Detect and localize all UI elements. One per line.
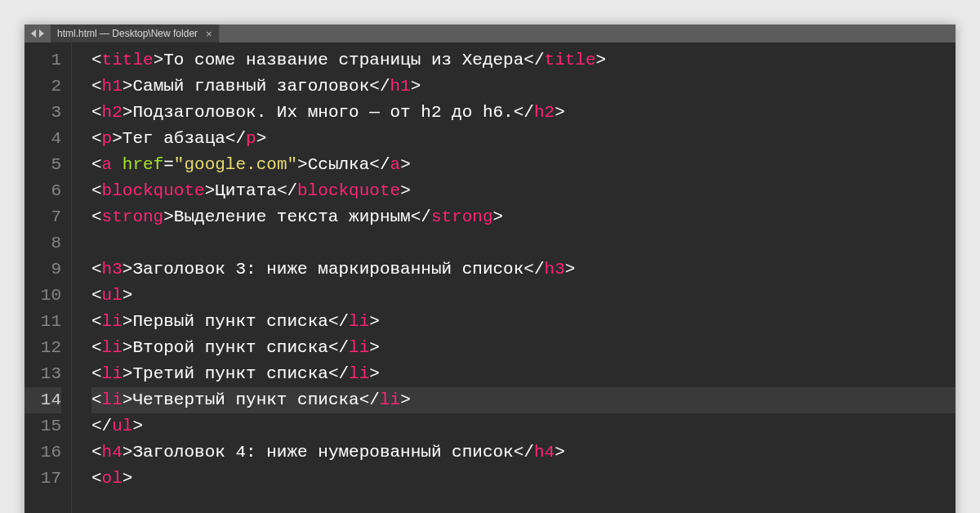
titlebar: html.html — Desktop\New folder × xyxy=(24,25,956,42)
line-number: 3 xyxy=(24,100,61,126)
editor: 1234567891011121314151617 <title>То соме… xyxy=(24,42,956,513)
code-line[interactable]: <a href="google.com">Ссылка</a> xyxy=(91,152,956,178)
line-number: 1 xyxy=(24,47,61,74)
code-line[interactable]: <blockquote>Цитата</blockquote> xyxy=(91,178,956,204)
line-number: 5 xyxy=(24,152,61,178)
line-number: 4 xyxy=(24,126,61,152)
line-number: 14 xyxy=(24,387,61,413)
code-line[interactable]: <title>То соме название страницы из Хеде… xyxy=(91,47,956,74)
line-number: 9 xyxy=(24,256,61,283)
code-line[interactable]: <h4>Заголовок 4: ниже нумерованный списо… xyxy=(91,439,956,466)
line-number: 8 xyxy=(24,230,61,256)
code-line[interactable]: <p>Тег абзаца</p> xyxy=(91,126,956,152)
code-line[interactable]: <h1>Самый главный заголовок</h1> xyxy=(91,74,956,100)
code-line[interactable] xyxy=(91,230,956,256)
close-icon[interactable]: × xyxy=(206,29,212,39)
line-number: 15 xyxy=(24,413,61,439)
nav-arrows xyxy=(24,25,51,42)
line-number: 10 xyxy=(24,283,61,309)
forward-icon[interactable] xyxy=(39,29,44,38)
code-line[interactable]: <h3>Заголовок 3: ниже маркированный спис… xyxy=(91,256,956,283)
tab-title: html.html — Desktop\New folder xyxy=(57,28,198,39)
line-number: 17 xyxy=(24,466,61,492)
line-number: 11 xyxy=(24,309,61,335)
line-number: 6 xyxy=(24,178,61,204)
code-line[interactable]: <strong>Выделение текста жирным</strong> xyxy=(91,204,956,230)
file-tab[interactable]: html.html — Desktop\New folder × xyxy=(51,25,220,42)
code-line[interactable]: <ol> xyxy=(91,466,956,492)
line-number: 16 xyxy=(24,439,61,466)
line-number: 7 xyxy=(24,204,61,230)
code-line[interactable]: <li>Третий пункт списка</li> xyxy=(91,361,956,387)
line-gutter: 1234567891011121314151617 xyxy=(24,42,72,513)
line-number: 12 xyxy=(24,335,61,361)
line-number: 2 xyxy=(24,74,61,100)
code-area[interactable]: <title>То соме название страницы из Хеде… xyxy=(72,42,956,513)
code-line[interactable]: <li>Первый пункт списка</li> xyxy=(91,309,956,335)
code-line[interactable]: <ul> xyxy=(91,283,956,309)
code-line[interactable]: </ul> xyxy=(91,413,956,439)
editor-window: html.html — Desktop\New folder × 1234567… xyxy=(24,25,956,513)
line-number: 13 xyxy=(24,361,61,387)
code-line[interactable]: <li>Второй пункт списка</li> xyxy=(91,335,956,361)
back-icon[interactable] xyxy=(31,29,36,38)
code-line[interactable]: <li>Четвертый пункт списка</li> xyxy=(91,387,956,413)
code-line[interactable]: <h2>Подзаголовок. Их много — от h2 до h6… xyxy=(91,100,956,126)
